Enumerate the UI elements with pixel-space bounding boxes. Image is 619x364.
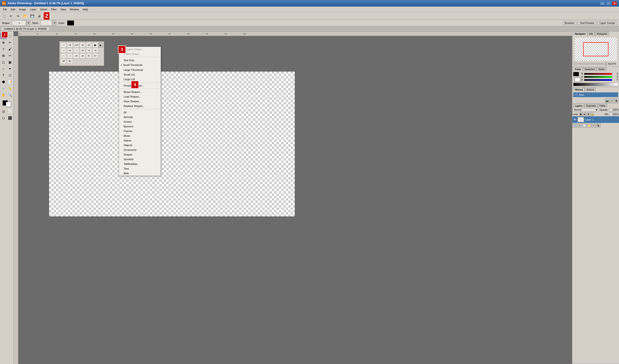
menu-select[interactable]: Select — [38, 8, 49, 11]
shapes-item[interactable]: Shapes — [119, 152, 161, 157]
close-button[interactable]: ✕ — [612, 1, 617, 5]
save-shapes-item[interactable]: Save Shapes... — [119, 99, 161, 104]
3d-mode[interactable]: ⬡ — [0, 115, 7, 121]
shape-cell[interactable]: ⇒ — [67, 42, 73, 48]
small-list-item[interactable]: Small List — [119, 72, 161, 77]
link-layers-btn[interactable]: 🔗 — [573, 123, 577, 127]
zoom-slider[interactable] — [577, 63, 604, 65]
tool-1[interactable]: ⬚ — [1, 13, 7, 19]
shape-cell[interactable]: → — [60, 42, 67, 48]
shape-cell[interactable]: ⇒ — [73, 53, 79, 58]
styles-tab[interactable]: Styles — [596, 67, 606, 71]
channels-tab[interactable]: Channels — [584, 104, 597, 108]
shape-cell[interactable]: ⇒ — [80, 42, 86, 48]
b-slider[interactable] — [584, 79, 612, 81]
new-layer-btn[interactable]: + — [591, 123, 596, 127]
g-slider[interactable] — [584, 76, 612, 78]
reset-shapes-item[interactable]: Reset Shapes... — [119, 90, 161, 94]
shape-dropdown-arrow[interactable]: ▼ — [27, 20, 30, 26]
tool-measure[interactable]: 📏 — [7, 85, 13, 91]
color-swatch[interactable] — [67, 20, 74, 26]
arrows-item[interactable]: Arrows — [119, 119, 161, 124]
tool-eraser[interactable]: ◻ — [0, 59, 7, 65]
shape-picker-expand[interactable]: ▶ — [98, 42, 103, 48]
tool-type[interactable]: T — [0, 72, 7, 78]
menu-filter[interactable]: Filter — [49, 8, 58, 11]
shape-cell[interactable]: → — [67, 53, 73, 58]
preset-manager-item[interactable]: Preset Manager... — [119, 83, 161, 88]
shape-cell[interactable]: ⇒ — [80, 48, 86, 53]
shape-cell[interactable]: ↺ — [60, 59, 67, 64]
delete-layer-btn[interactable]: 🗑 — [596, 123, 601, 127]
zoom-out-btn[interactable]: − — [574, 62, 577, 65]
canvas-tab[interactable]: Untitled-1 @ 66.7% (Layer 1, RGB/8) — [1, 27, 50, 31]
style-selector[interactable]: ▼ — [40, 20, 56, 26]
symbols-item[interactable]: Symbols — [119, 157, 161, 162]
large-thumbnail-item[interactable]: Large Thumbnail — [119, 68, 161, 72]
menu-file[interactable]: File — [1, 8, 9, 11]
tool-2[interactable]: ↩ — [8, 13, 14, 19]
tool-clone[interactable]: ⊞ — [0, 53, 7, 59]
histogram-tab[interactable]: Histogram — [595, 32, 609, 36]
navigator-tab[interactable]: Navigator — [573, 32, 587, 36]
shape-cell[interactable]: → — [60, 53, 67, 58]
new-group-btn[interactable]: 📁 — [587, 123, 591, 127]
paths-tab[interactable]: Paths — [598, 104, 607, 108]
tool-shape[interactable]: ⬢ — [0, 79, 7, 85]
small-thumbnail-item[interactable]: Small Thumbnail — [119, 63, 161, 68]
objects-item[interactable]: Objects — [119, 143, 161, 148]
tool-pen[interactable]: ✒ — [7, 66, 13, 72]
std-mode[interactable]: ⬛ — [7, 115, 13, 121]
text-only-item[interactable]: Text Only — [119, 58, 161, 63]
music-item[interactable]: Music — [119, 133, 161, 138]
shape-cell[interactable]: ⇜ — [86, 53, 92, 58]
tiles-item[interactable]: Tiles — [119, 166, 161, 171]
history-new-item[interactable]: New — [573, 92, 618, 97]
menu-view[interactable]: View — [59, 8, 68, 11]
add-style-btn[interactable]: f — [577, 123, 582, 127]
large-list-item[interactable]: Large List — [119, 77, 161, 82]
tool-brush[interactable]: 🖌 — [7, 46, 13, 52]
brushes-tab[interactable]: Brushes — [563, 21, 576, 25]
tool-hand[interactable]: ✋ — [0, 92, 7, 98]
frames-item[interactable]: Frames — [119, 129, 161, 133]
web-item[interactable]: Web — [119, 171, 161, 176]
history-new-snapshot-btn[interactable]: 📷 — [605, 98, 609, 103]
animals-item[interactable]: Animals — [119, 115, 161, 119]
ornaments-item[interactable]: Ornaments — [119, 148, 161, 152]
actions-tab[interactable]: Actions — [585, 88, 596, 91]
layer-visibility-icon[interactable]: 👁 — [573, 118, 577, 121]
menu-window[interactable]: Window — [68, 8, 81, 11]
tool-zoom[interactable]: 🔍 — [7, 92, 13, 98]
shape-cell[interactable]: ⇒ — [86, 48, 92, 53]
replace-shapes-item[interactable]: Replace Shapes... — [119, 104, 161, 108]
tool-presets-tab[interactable]: Tool Presets — [578, 21, 596, 25]
menu-layer[interactable]: Layer — [28, 8, 38, 11]
tool-dodge[interactable]: ○ — [0, 66, 7, 72]
fill-input[interactable] — [609, 113, 619, 116]
menu-edit[interactable]: Edit — [9, 8, 17, 11]
layers-tab[interactable]: Layers — [573, 104, 584, 108]
color-spectrum[interactable] — [573, 83, 618, 86]
shape-cell[interactable]: ⇒ — [67, 48, 73, 53]
shape-cell[interactable]: → — [60, 48, 67, 53]
tool-save[interactable]: 💾 — [29, 13, 35, 19]
r-slider[interactable] — [584, 73, 612, 75]
all-item[interactable]: All — [119, 110, 161, 115]
shape-cell[interactable]: ⇒ — [92, 48, 98, 53]
menu-help[interactable]: Help — [81, 8, 90, 11]
shape-cell[interactable]: ⇛ — [86, 42, 92, 48]
shape-selector[interactable]: → ▼ — [12, 20, 30, 26]
shape-cell[interactable]: ↻ — [67, 59, 73, 64]
shape-cell[interactable]: ⟹ — [73, 42, 79, 48]
quick-mask[interactable]: ◎ — [0, 108, 7, 114]
talkbubbles-item[interactable]: TalkBubbles — [119, 162, 161, 166]
opacity-input[interactable] — [609, 108, 619, 112]
tool-3[interactable]: ↪ — [15, 13, 21, 19]
lock-transparent-btn[interactable]: ▣ — [579, 112, 583, 116]
tool-open[interactable]: 📂 — [22, 13, 28, 19]
tool-notes[interactable]: 📝 — [7, 79, 13, 85]
lock-position-btn[interactable]: ✥ — [587, 112, 590, 116]
info-tab[interactable]: Info — [588, 32, 595, 36]
screen-mode[interactable]: ⬜ — [7, 108, 13, 114]
